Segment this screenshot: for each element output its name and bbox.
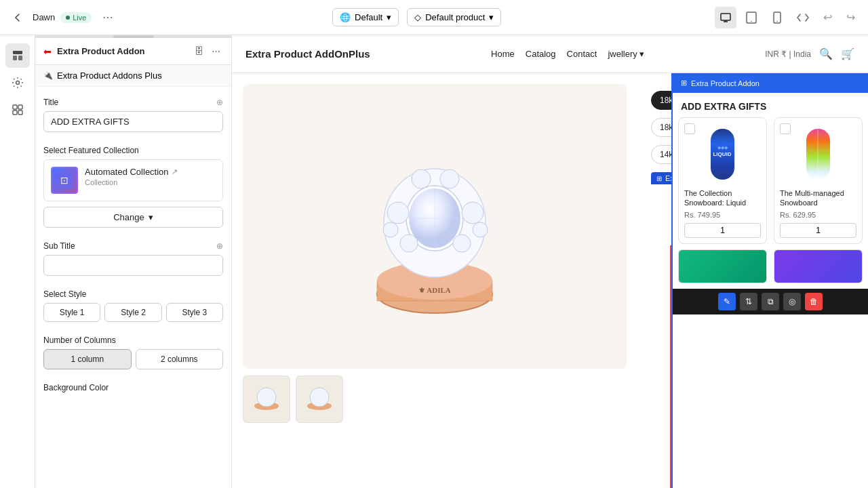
redo-button[interactable]: ↪ [841,8,860,27]
thumbnail-row [243,375,627,423]
subtitle-input[interactable] [43,255,223,276]
nav-jewellery[interactable]: jwellery ▾ [608,49,644,59]
svg-point-27 [440,169,459,188]
svg-rect-6 [13,56,17,60]
addon-product-3 [678,249,767,283]
panel-body: Title ⊕ Select Featured Collection ⊡ [35,87,231,488]
addon-checkbox-2[interactable] [780,123,791,134]
style-1-button[interactable]: Style 1 [43,303,100,322]
search-icon[interactable]: 🔍 [819,47,833,60]
main-product-image: ⚜ ADILA [243,84,627,369]
addon-header-icon: ⊞ [681,79,687,87]
sidebar-item-apps[interactable] [5,98,30,122]
preview-area: Extra Product AddOnPlus Home Catalog Con… [232,35,868,488]
style-3-button[interactable]: Style 3 [166,303,223,322]
theme-selector[interactable]: 🌐 Default ▾ [332,8,399,26]
toolbar-delete-btn[interactable]: 🗑 [805,293,823,310]
live-badge: Live [60,12,92,23]
svg-rect-10 [18,105,22,109]
store-name: Dawn [33,12,55,22]
svg-point-28 [400,235,418,252]
addon-qty-2[interactable] [780,223,856,238]
toolbar-duplicate-btn[interactable]: ⧉ [762,293,779,310]
topbar-center: 🌐 Default ▾ ◇ Default product ▾ [127,8,707,26]
toolbar-hide-btn[interactable]: ◎ [783,293,801,310]
addon-product-row-2 [678,249,863,283]
back-button[interactable] [8,8,27,27]
chevron-down-icon: ▾ [489,12,494,22]
more-button[interactable]: ⋯ [97,8,119,26]
nav-catalog[interactable]: Catalog [526,49,556,59]
desktop-view-button[interactable] [715,7,736,28]
currency-selector[interactable]: INR ₹ | India [765,49,811,59]
panel-sub-header: 🔌 Extra Product Addons Plus [35,65,231,87]
addon-product-4 [774,249,863,283]
title-field-group: Title ⊕ [43,98,223,132]
addon-product-name-1: The Collection Snowboard: Liquid [684,188,761,208]
cart-icon[interactable]: 🛒 [841,47,854,60]
title-db-icon: ⊕ [216,98,223,107]
store-nav: Home Catalog Contact jwellery ▾ [491,49,644,59]
panel-more-icon[interactable]: ⋯ [209,45,223,58]
store-header-right: INR ₹ | India 🔍 🛒 [765,47,854,60]
collection-type: Collection [85,178,216,186]
2-columns-button[interactable]: 2 columns [136,349,224,369]
svg-point-35 [257,388,276,407]
panel-title: Extra Product Addon [57,46,186,56]
undo-button[interactable]: ↩ [818,8,837,27]
collection-info: Automated Collection ↗ Collection [85,167,216,186]
toolbar-move-btn[interactable]: ⇅ [740,293,757,310]
1-column-button[interactable]: 1 column [43,349,132,369]
external-link-icon[interactable]: ↗ [172,167,178,176]
chevron-down-icon: ▾ [387,12,391,22]
collection-field-group: Select Featured Collection ⊡ Automated C… [43,146,223,228]
sidebar-item-settings[interactable] [5,70,30,95]
addon-panel: ⊞ Extra Product Addon ADD EXTRA GIFTS [671,73,868,488]
addon-product-2: The Multi-managed Snowboard Rs. 629.95 [774,117,863,244]
collection-box: ⊡ Automated Collection ↗ Collection [43,159,223,201]
tablet-view-button[interactable] [741,7,762,28]
sidebar-item-sections[interactable] [5,43,30,68]
thumbnail-2[interactable] [296,375,343,423]
panel-database-icon[interactable]: 🗄 [192,45,206,58]
subtitle-field-group: Sub Title ⊕ [43,241,223,276]
nav-contact[interactable]: Contact [567,49,597,59]
live-dot [66,16,70,20]
panel-header-icons: 🗄 ⋯ [192,45,223,58]
addon-qty-1[interactable] [684,223,761,238]
addon-products: LIQUID ◈◈◈ The Collection Snowboard: Liq… [673,117,868,283]
panel-header: ⬅ Extra Product Addon 🗄 ⋯ [35,38,231,65]
nav-home[interactable]: Home [491,49,515,59]
toolbar-edit-btn[interactable]: ✎ [718,293,736,310]
addon-product-img-1: LIQUID ◈◈◈ [684,123,761,184]
panel-sub-icon: 🔌 [43,71,53,80]
addon-product-img-2 [780,123,856,184]
style-2-button[interactable]: Style 2 [104,303,161,322]
main-layout: ⬅ Extra Product Addon 🗄 ⋯ 🔌 Extra Produc… [0,0,868,488]
svg-text:⊡: ⊡ [60,175,68,186]
preview-browser: Extra Product AddOnPlus Home Catalog Con… [232,35,868,488]
addon-panel-title: ADD EXTRA GIFTS [673,93,868,117]
panel-back-icon[interactable]: ⬅ [43,46,52,57]
title-label: Title ⊕ [43,98,223,107]
product-selector[interactable]: ◇ Default product ▾ [407,8,501,26]
collection-thumb-inner: ⊡ [52,168,77,192]
code-view-button[interactable] [792,7,814,28]
svg-point-37 [310,388,329,407]
title-input[interactable] [43,111,223,132]
svg-point-24 [387,202,409,224]
collection-label: Select Featured Collection [43,146,223,155]
bg-color-label: Background Color [43,383,223,392]
change-collection-button[interactable]: Change ▾ [43,207,223,228]
subtitle-db-icon: ⊕ [216,241,223,251]
subtitle-label: Sub Title ⊕ [43,241,223,251]
addon-product-price-2: Rs. 629.95 [780,211,856,219]
svg-rect-11 [13,110,17,115]
svg-text:◈◈◈: ◈◈◈ [717,145,728,150]
mobile-view-button[interactable] [766,7,788,28]
svg-point-2 [751,20,752,22]
thumbnail-1[interactable] [243,375,290,423]
addon-checkbox-1[interactable] [684,123,695,134]
svg-point-30 [383,222,398,237]
collection-thumbnail: ⊡ [51,167,78,194]
